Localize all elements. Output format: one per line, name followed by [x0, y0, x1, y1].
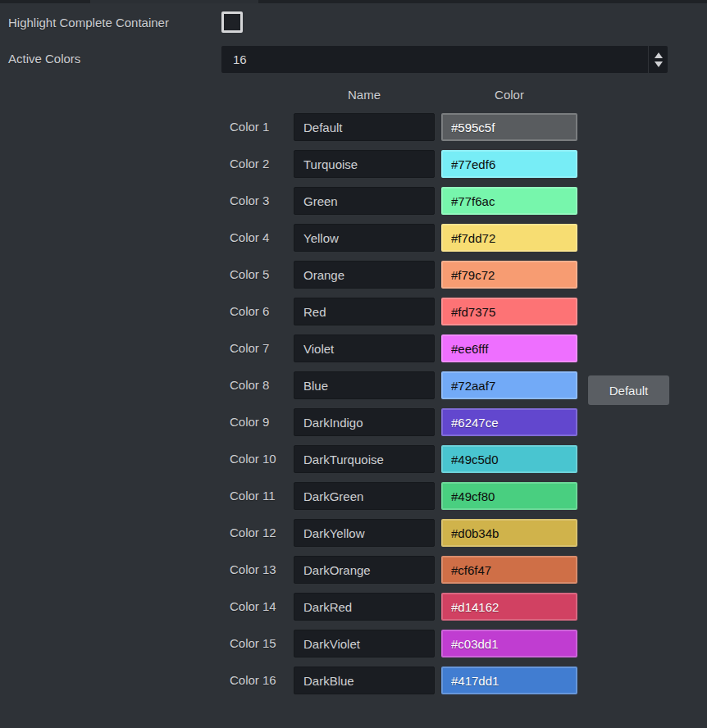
- color-row: Color 1: [0, 113, 707, 141]
- active-colors-label: Active Colors: [8, 51, 80, 67]
- color-hex-input[interactable]: [441, 150, 577, 178]
- spinner-arrows[interactable]: [648, 46, 668, 73]
- name-column-header: Name: [294, 88, 435, 102]
- color-row: Color 2: [0, 150, 707, 178]
- color-name-input[interactable]: [294, 187, 435, 215]
- color-name-input[interactable]: [294, 630, 435, 657]
- default-button[interactable]: Default: [588, 375, 669, 405]
- color-name-input[interactable]: [294, 298, 435, 325]
- color-row-label: Color 3: [230, 187, 269, 215]
- color-name-input[interactable]: [294, 445, 435, 473]
- color-hex-input[interactable]: [441, 261, 577, 289]
- color-row: Color 10: [0, 445, 707, 473]
- color-column-header: Color: [441, 88, 577, 102]
- color-row-label: Color 5: [230, 261, 269, 289]
- color-row-label: Color 8: [230, 371, 269, 399]
- color-name-input[interactable]: [294, 371, 435, 399]
- color-hex-input[interactable]: [441, 113, 577, 141]
- color-row: Color 14: [0, 593, 707, 621]
- color-row: Color 5: [0, 261, 707, 289]
- color-hex-input[interactable]: [441, 298, 577, 325]
- color-row-label: Color 11: [230, 482, 276, 510]
- color-row-label: Color 10: [230, 445, 276, 473]
- color-row: Color 12: [0, 519, 707, 547]
- color-row: Color 16: [0, 667, 707, 694]
- color-hex-input[interactable]: [441, 445, 577, 473]
- color-row-label: Color 15: [230, 630, 276, 657]
- color-row: Color 4: [0, 224, 707, 252]
- color-row: Color 3: [0, 187, 707, 215]
- color-name-input[interactable]: [294, 261, 435, 289]
- highlight-complete-container-label: Highlight Complete Container: [8, 15, 169, 31]
- color-row: Color 7: [0, 334, 707, 362]
- color-hex-input[interactable]: [441, 224, 577, 252]
- color-name-input[interactable]: [294, 408, 435, 436]
- color-row-label: Color 12: [230, 519, 276, 547]
- color-row-label: Color 7: [230, 334, 269, 362]
- color-hex-input[interactable]: [441, 334, 577, 362]
- color-row: Color 11: [0, 482, 707, 510]
- color-row-label: Color 14: [230, 593, 276, 621]
- color-hex-input[interactable]: [441, 519, 577, 547]
- active-colors-spinbox[interactable]: [221, 46, 668, 73]
- active-colors-input[interactable]: [221, 46, 647, 73]
- color-name-input[interactable]: [294, 224, 435, 252]
- color-row-label: Color 2: [230, 150, 269, 178]
- color-hex-input[interactable]: [441, 371, 577, 399]
- color-hex-input[interactable]: [441, 187, 577, 215]
- active-tab-edge: [90, 0, 258, 3]
- highlight-complete-container-checkbox[interactable]: [221, 11, 243, 33]
- spinner-down-icon[interactable]: [655, 61, 663, 67]
- color-name-input[interactable]: [294, 556, 435, 584]
- color-name-input[interactable]: [294, 667, 435, 694]
- color-name-input[interactable]: [294, 334, 435, 362]
- color-row-label: Color 6: [230, 298, 269, 325]
- color-row-label: Color 16: [230, 667, 276, 694]
- color-row: Color 13: [0, 556, 707, 584]
- color-row: Color 6: [0, 298, 707, 325]
- color-name-input[interactable]: [294, 113, 435, 141]
- color-row-label: Color 1: [230, 113, 269, 141]
- color-row-label: Color 9: [230, 408, 269, 436]
- color-hex-input[interactable]: [441, 630, 577, 657]
- color-name-input[interactable]: [294, 593, 435, 621]
- color-hex-input[interactable]: [441, 482, 577, 510]
- color-hex-input[interactable]: [441, 667, 577, 694]
- color-name-input[interactable]: [294, 482, 435, 510]
- color-name-input[interactable]: [294, 150, 435, 178]
- color-hex-input[interactable]: [441, 408, 577, 436]
- spinner-up-icon[interactable]: [655, 52, 663, 58]
- color-name-input[interactable]: [294, 519, 435, 547]
- color-row: Color 15: [0, 630, 707, 657]
- color-hex-input[interactable]: [441, 593, 577, 621]
- color-row-label: Color 13: [230, 556, 276, 584]
- color-row: Color 9: [0, 408, 707, 436]
- color-row-label: Color 4: [230, 224, 269, 252]
- color-hex-input[interactable]: [441, 556, 577, 584]
